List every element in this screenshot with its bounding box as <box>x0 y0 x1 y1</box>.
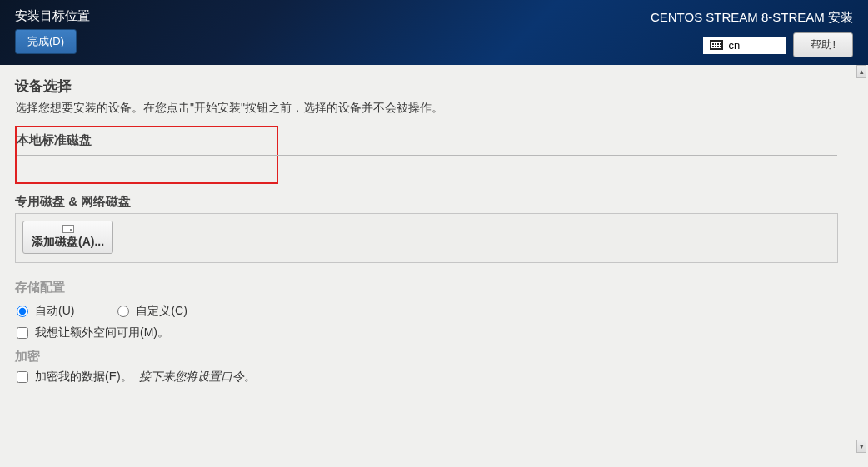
local-disks-highlight: 本地标准磁盘 <box>15 126 278 184</box>
help-button[interactable]: 帮助! <box>793 32 853 57</box>
device-selection-desc: 选择您想要安装的设备。在您点击"开始安装"按钮之前，选择的设备并不会被操作。 <box>15 101 853 116</box>
encrypt-label: 加密我的数据(E)。 <box>35 370 132 385</box>
content-area: 设备选择 选择您想要安装的设备。在您点击"开始安装"按钮之前，选择的设备并不会被… <box>0 65 868 467</box>
scrollbar[interactable]: ▴ ▾ <box>856 65 866 453</box>
add-disk-label: 添加磁盘(A)... <box>32 235 104 250</box>
keyboard-layout-indicator[interactable]: cn <box>703 37 786 54</box>
encrypt-note: 接下来您将设置口令。 <box>139 370 256 385</box>
custom-radio[interactable] <box>117 306 129 317</box>
extra-space-option[interactable]: 我想让额外空间可用(M)。 <box>17 325 853 340</box>
header-right: CENTOS STREAM 8-STREAM 安装 cn 帮助! <box>651 10 853 57</box>
keyboard-icon <box>710 40 723 50</box>
custom-label: 自定义(C) <box>136 304 187 319</box>
storage-config-title: 存储配置 <box>15 280 853 296</box>
extra-space-label: 我想让额外空间可用(M)。 <box>35 325 169 340</box>
divider <box>17 155 837 156</box>
auto-label: 自动(U) <box>35 304 74 319</box>
done-button[interactable]: 完成(D) <box>15 29 77 54</box>
storage-config-options: 自动(U) 自定义(C) <box>15 301 853 322</box>
extra-space-checkbox[interactable] <box>17 327 28 339</box>
header-controls: cn 帮助! <box>651 32 853 57</box>
scroll-up-arrow[interactable]: ▴ <box>856 65 866 78</box>
custom-option[interactable]: 自定义(C) <box>117 304 187 319</box>
special-disks-area: 添加磁盘(A)... <box>15 213 838 263</box>
installer-header: 安装目标位置 完成(D) CENTOS STREAM 8-STREAM 安装 c… <box>0 0 868 65</box>
keyboard-layout-label: cn <box>728 39 740 52</box>
device-selection-title: 设备选择 <box>15 77 853 96</box>
disk-icon <box>62 225 74 233</box>
header-left: 安装目标位置 完成(D) <box>15 8 90 54</box>
local-disks-title: 本地标准磁盘 <box>17 132 277 152</box>
encrypt-option[interactable]: 加密我的数据(E)。 接下来您将设置口令。 <box>17 370 853 385</box>
special-disks-title: 专用磁盘 & 网络磁盘 <box>15 194 853 210</box>
product-name: CENTOS STREAM 8-STREAM 安装 <box>651 10 853 26</box>
page-title: 安装目标位置 <box>15 8 90 24</box>
scroll-down-arrow[interactable]: ▾ <box>856 440 866 453</box>
encryption-title: 加密 <box>15 349 853 365</box>
auto-radio[interactable] <box>17 306 28 317</box>
add-disk-button[interactable]: 添加磁盘(A)... <box>22 221 113 254</box>
auto-option[interactable]: 自动(U) <box>17 304 74 319</box>
encrypt-checkbox[interactable] <box>17 371 28 383</box>
